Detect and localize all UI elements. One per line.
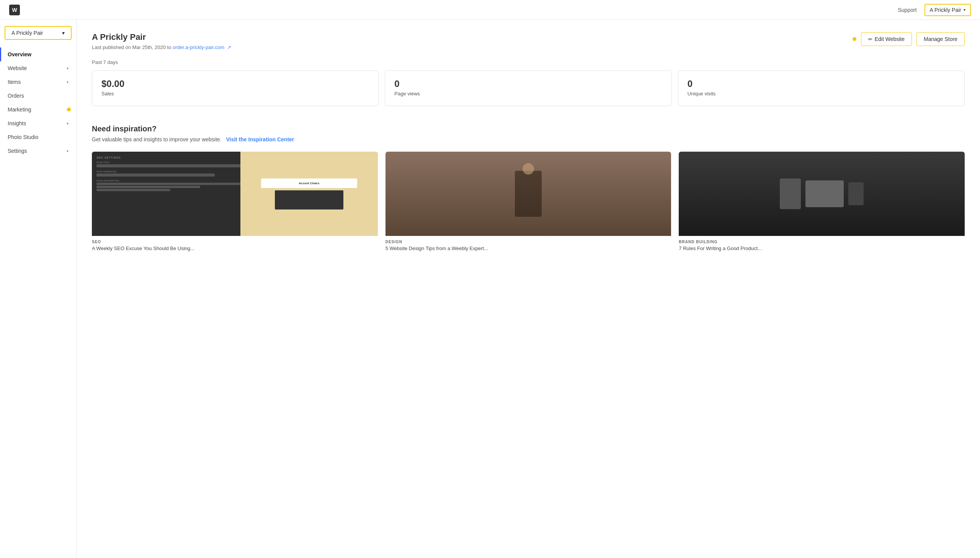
chevron-down-icon: ▾ [67, 121, 69, 126]
sidebar-item-settings[interactable]: Settings ▾ [0, 144, 76, 158]
sidebar-chevron-icon: ▾ [62, 30, 65, 36]
inspiration-subtitle: Get valuable tips and insights to improv… [92, 136, 965, 143]
sidebar-item-marketing[interactable]: Marketing ▾ [0, 103, 76, 117]
stat-label: Sales [101, 91, 369, 97]
site-url-link[interactable]: order.a-prickly-pair.com [173, 44, 224, 50]
edit-website-button[interactable]: ✏ Edit Website [861, 32, 912, 46]
chevron-down-icon: ▾ [67, 66, 69, 71]
topnav-left: W [9, 5, 20, 15]
seo-overlay: SEO Settings PAGE TITLE PAGE PERMALINK P… [92, 152, 249, 236]
stat-value: 0 [687, 79, 955, 89]
support-link[interactable]: Support [898, 7, 916, 13]
inspiration-title: Need inspiration? [92, 125, 965, 133]
sidebar-item-label: Insights [8, 120, 26, 126]
topnav-store-selector[interactable]: A Prickly Pair ▾ [924, 4, 971, 16]
card-tag: DESIGN [386, 240, 671, 244]
topnav-chevron-icon: ▾ [964, 8, 965, 12]
manage-store-button[interactable]: Manage Store [916, 32, 965, 46]
notification-dot [67, 108, 71, 112]
card-title: A Weekly SEO Excuse You Should Be Using.… [92, 246, 378, 251]
layout: A Prickly Pair ▾ Overview Website ▾ Item… [0, 20, 980, 558]
topnav: W Support A Prickly Pair ▾ [0, 0, 980, 20]
inspiration-section: Need inspiration? Get valuable tips and … [92, 125, 965, 251]
site-info: A Prickly Pair Last published on Mar 25t… [92, 32, 231, 50]
stats-grid: $0.00 Sales 0 Page views 0 Unique visits [92, 71, 965, 106]
chevron-down-icon: ▾ [67, 149, 69, 153]
sidebar-item-label: Settings [8, 148, 27, 154]
card-image-design [386, 152, 671, 236]
chevron-down-icon: ▾ [67, 80, 69, 84]
sidebar-store-name: A Prickly Pair [11, 30, 43, 36]
stats-period: Past 7 days [92, 59, 965, 65]
sidebar-store-selector[interactable]: A Prickly Pair ▾ [5, 26, 72, 40]
stat-label: Page views [394, 91, 662, 97]
notification-dot [852, 37, 856, 41]
card-tag: BRAND BUILDING [679, 240, 965, 244]
stat-label: Unique visits [687, 91, 955, 97]
topnav-store-name: A Prickly Pair [930, 7, 961, 13]
card-title: 7 Rules For Writing a Good Product... [679, 246, 965, 251]
cards-grid: SEO Settings PAGE TITLE PAGE PERMALINK P… [92, 152, 965, 251]
sidebar-item-overview[interactable]: Overview [0, 48, 76, 61]
site-subtitle: Last published on Mar 25th, 2020 to orde… [92, 44, 231, 50]
card-tag: SEO [92, 240, 378, 244]
sidebar-item-items[interactable]: Items ▾ [0, 75, 76, 89]
sidebar: A Prickly Pair ▾ Overview Website ▾ Item… [0, 20, 77, 558]
main-header: A Prickly Pair Last published on Mar 25t… [92, 32, 965, 50]
pencil-icon: ✏ [868, 36, 872, 42]
sidebar-item-insights[interactable]: Insights ▾ [0, 117, 76, 130]
sidebar-item-label: Overview [8, 51, 31, 57]
card-image-brand [679, 152, 965, 236]
stat-value: $0.00 [101, 79, 369, 89]
card-design[interactable]: DESIGN 5 Website Design Tips from a Weeb… [386, 152, 671, 251]
inspiration-center-link[interactable]: Visit the Inspiration Center [226, 136, 294, 143]
card-image-seo: SEO Settings PAGE TITLE PAGE PERMALINK P… [92, 152, 378, 236]
external-link-icon: ↗ [227, 44, 231, 50]
card-brand[interactable]: BRAND BUILDING 7 Rules For Writing a Goo… [679, 152, 965, 251]
topnav-right: Support A Prickly Pair ▾ [898, 4, 971, 16]
sidebar-item-orders[interactable]: Orders [0, 89, 76, 103]
sidebar-item-photo-studio[interactable]: Photo Studio [0, 130, 76, 144]
card-title: 5 Website Design Tips from a Weebly Expe… [386, 246, 671, 251]
card-seo[interactable]: SEO Settings PAGE TITLE PAGE PERMALINK P… [92, 152, 378, 251]
stat-card-sales: $0.00 Sales [92, 71, 379, 106]
sidebar-item-label: Website [8, 65, 27, 71]
sidebar-item-website[interactable]: Website ▾ [0, 61, 76, 75]
sidebar-item-label: Items [8, 79, 21, 85]
weebly-logo[interactable]: W [9, 5, 20, 15]
stat-card-unique-visits: 0 Unique visits [678, 71, 965, 106]
sidebar-item-label: Photo Studio [8, 134, 38, 140]
stat-card-pageviews: 0 Page views [385, 71, 671, 106]
header-actions: ✏ Edit Website Manage Store [852, 32, 965, 46]
sidebar-item-label: Marketing [8, 107, 31, 113]
main-content: A Prickly Pair Last published on Mar 25t… [77, 20, 980, 558]
stat-value: 0 [394, 79, 662, 89]
sidebar-item-label: Orders [8, 93, 24, 99]
site-title: A Prickly Pair [92, 32, 231, 42]
